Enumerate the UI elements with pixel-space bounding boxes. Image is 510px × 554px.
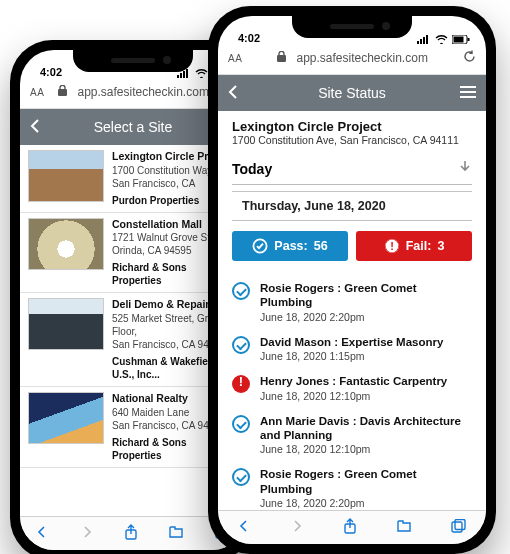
nav-back-icon[interactable] [237, 519, 251, 537]
svg-text:!: ! [390, 240, 394, 252]
svg-rect-16 [454, 37, 464, 43]
site-thumbnail [28, 392, 104, 444]
device-notch [73, 50, 193, 72]
url-host: app.safesitecheckin.com [77, 85, 208, 99]
signal-icon [417, 35, 431, 44]
checkin-timestamp: June 18, 2020 2:20pm [260, 497, 472, 509]
device-notch [292, 16, 412, 38]
browser-bottom-bar [218, 510, 486, 544]
back-icon[interactable] [228, 85, 246, 102]
date-selector[interactable]: Today [232, 160, 472, 185]
checkin-row[interactable]: David Mason : Expertise MasonryJune 18, … [232, 329, 472, 368]
check-circle-icon [232, 468, 250, 486]
fail-count: 3 [437, 239, 444, 253]
checkin-row[interactable]: Rosie Rogers : Green Comet PlumbingJune … [232, 461, 472, 515]
svg-rect-12 [420, 39, 422, 44]
share-icon[interactable] [343, 518, 357, 538]
check-circle-icon [232, 282, 250, 300]
nav-back-icon[interactable] [35, 525, 49, 543]
svg-rect-11 [417, 41, 419, 44]
bookmarks-icon[interactable] [396, 519, 412, 537]
svg-rect-0 [177, 75, 179, 78]
alert-circle-icon [232, 375, 250, 393]
checkin-title: Rosie Rogers : Green Comet Plumbing [260, 281, 472, 310]
pass-summary[interactable]: Pass: 56 [232, 231, 348, 261]
date-bar: Thursday, June 18, 2020 [232, 191, 472, 221]
download-icon[interactable] [458, 160, 472, 178]
lock-icon [58, 85, 67, 99]
svg-rect-2 [183, 71, 185, 78]
fail-summary[interactable]: ! Fail: 3 [356, 231, 472, 261]
check-circle-icon [232, 415, 250, 433]
project-name: Lexington Circle Project [232, 119, 472, 134]
phone-right: 4:02 AA app.safesitecheckin.com Site Sta… [208, 6, 496, 554]
svg-rect-3 [186, 69, 188, 78]
checkin-title: Rosie Rogers : Green Comet Plumbing [260, 467, 472, 496]
checkin-title: David Mason : Expertise Masonry [260, 335, 443, 349]
checkin-title: Henry Jones : Fantastic Carpentry [260, 374, 447, 388]
header-title: Select a Site [48, 119, 218, 135]
checkin-timestamp: June 18, 2020 12:10pm [260, 443, 472, 455]
project-address: 1700 Constitution Ave, San Francisco, CA… [232, 134, 472, 146]
fail-label: Fail: [406, 239, 432, 253]
status-time: 4:02 [40, 66, 62, 78]
check-circle-icon [232, 336, 250, 354]
site-thumbnail [28, 218, 104, 270]
lock-icon [277, 51, 286, 65]
menu-icon[interactable] [458, 85, 476, 101]
svg-rect-13 [423, 37, 425, 44]
header-title: Site Status [246, 85, 458, 101]
checkin-row[interactable]: Rosie Rogers : Green Comet PlumbingJune … [232, 275, 472, 329]
checkin-list: Rosie Rogers : Green Comet PlumbingJune … [232, 275, 472, 515]
svg-rect-17 [468, 38, 470, 41]
today-label: Today [232, 161, 272, 177]
pass-count: 56 [314, 239, 328, 253]
battery-icon [452, 35, 470, 44]
url-host: app.safesitecheckin.com [296, 51, 427, 65]
svg-rect-18 [277, 55, 286, 62]
status-time: 4:02 [238, 32, 260, 44]
checkin-timestamp: June 18, 2020 1:15pm [260, 350, 443, 362]
svg-rect-25 [452, 522, 462, 532]
browser-url-bar[interactable]: AA app.safesitecheckin.com [218, 46, 486, 75]
nav-forward-icon [290, 519, 304, 537]
checkin-row[interactable]: Henry Jones : Fantastic CarpentryJune 18… [232, 368, 472, 407]
text-size-button[interactable]: AA [228, 53, 242, 64]
app-header: Site Status [218, 75, 486, 111]
check-circle-icon [252, 238, 268, 254]
back-icon[interactable] [30, 119, 48, 136]
checkin-title: Ann Marie Davis : Davis Architecture and… [260, 414, 472, 443]
svg-rect-14 [426, 35, 428, 44]
checkin-row[interactable]: Ann Marie Davis : Davis Architecture and… [232, 408, 472, 462]
site-thumbnail [28, 298, 104, 350]
wifi-icon [435, 35, 448, 44]
reload-icon[interactable] [463, 50, 476, 66]
tabs-icon[interactable] [451, 519, 467, 537]
status-indicators [417, 35, 470, 44]
svg-rect-1 [180, 73, 182, 78]
share-icon[interactable] [124, 524, 138, 544]
alert-circle-icon: ! [384, 238, 400, 254]
bookmarks-icon[interactable] [168, 525, 184, 543]
nav-forward-icon [80, 525, 94, 543]
svg-rect-7 [58, 89, 67, 96]
checkin-timestamp: June 18, 2020 2:20pm [260, 311, 472, 323]
site-thumbnail [28, 150, 104, 202]
svg-rect-26 [455, 519, 465, 529]
pass-label: Pass: [274, 239, 307, 253]
checkin-timestamp: June 18, 2020 12:10pm [260, 390, 447, 402]
wifi-icon [195, 69, 208, 78]
text-size-button[interactable]: AA [30, 87, 44, 98]
